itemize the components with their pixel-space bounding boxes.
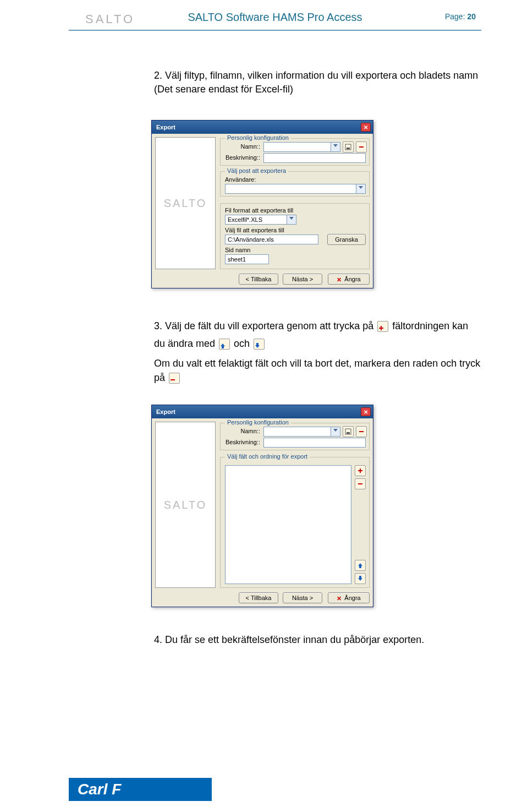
cancel-label: Ångra — [344, 276, 360, 282]
svg-rect-1 — [346, 148, 350, 149]
step-3-text: 3. Välj de fält du vill exportera genom … — [154, 319, 492, 333]
namn-combo[interactable] — [263, 142, 340, 152]
fields-legend: Välj fält och ordning för export — [225, 453, 310, 460]
remove-config-icon-button[interactable] — [356, 141, 367, 152]
beskr-label: Beskrivning:: — [224, 439, 260, 445]
step3-l2a: du ändra med — [154, 338, 215, 349]
doc-header: SALTO SALTO Software HAMS Pro Access Pag… — [69, 11, 481, 31]
valfil-label: Välj fil att exportera till — [225, 227, 284, 233]
beskr-input[interactable] — [263, 153, 366, 163]
chevron-down-icon — [359, 186, 363, 189]
salto-logo: SALTO — [85, 12, 135, 26]
step-2-text: 2. Välj filtyp, filnamn, vilken informat… — [154, 69, 484, 96]
salto-side-logo: SALTO — [164, 197, 207, 210]
cancel-button[interactable]: ✕ Ångra — [328, 274, 370, 285]
config-group: Personlig konfiguration Namn:: Beskrivni… — [220, 423, 370, 450]
step3-l2b: och — [234, 338, 250, 349]
next-button[interactable]: Nästa > — [283, 592, 322, 603]
sidnamn-value: sheet1 — [228, 256, 246, 263]
close-icon: ✕ — [337, 276, 342, 282]
next-button[interactable]: Nästa > — [283, 274, 322, 285]
footer-brand: Carl F — [78, 781, 121, 798]
chevron-down-icon — [333, 144, 338, 147]
plus-icon-button[interactable] — [377, 321, 388, 332]
anvandare-label: Användare: — [225, 176, 256, 183]
sidnamn-input[interactable]: sheet1 — [225, 254, 269, 264]
close-button[interactable]: ✕ — [361, 123, 371, 132]
page-label: Page: — [445, 12, 465, 21]
page-num: 20 — [467, 12, 476, 21]
footer-bar: Carl F — [69, 778, 212, 801]
up-arrow-icon-button[interactable] — [219, 339, 230, 350]
namn-combo[interactable] — [263, 427, 340, 437]
close-icon: ✕ — [337, 595, 342, 601]
step-4-text: 4. Du får se ett bekräftelsefönster inna… — [154, 633, 484, 647]
granska-button[interactable]: Granska — [327, 234, 366, 245]
namn-label: Namn:: — [233, 143, 260, 150]
titlebar: Export ✕ — [152, 121, 373, 134]
close-button[interactable]: ✕ — [361, 407, 371, 416]
cancel-label: Ångra — [344, 595, 360, 601]
filepath-input[interactable]: C:\Användare.xls — [225, 235, 318, 244]
format-label: Fil format att exportera till — [225, 207, 293, 214]
minus-icon-button[interactable] — [169, 373, 180, 384]
side-panel: SALTO — [155, 137, 216, 269]
sidnamn-label: Sid namn — [225, 247, 250, 253]
export-window-2: Export ✕ SALTO Personlig konfiguration N… — [151, 405, 373, 607]
step3-l4: på — [154, 372, 165, 383]
next-label: Nästa > — [292, 276, 313, 282]
down-arrow-icon-button[interactable] — [355, 573, 366, 584]
config-group: Personlig konfiguration Namn:: Beskrivni… — [220, 138, 370, 166]
svg-rect-7 — [346, 432, 350, 434]
salto-side-logo: SALTO — [164, 499, 207, 511]
anvandare-combo[interactable] — [225, 184, 366, 194]
remove-config-icon-button[interactable] — [356, 426, 367, 437]
file-group: Fil format att exportera till Excelfil*.… — [220, 203, 370, 269]
footer: Carl F — [69, 778, 212, 801]
step-3-line4: på — [154, 371, 492, 385]
format-combo[interactable]: Excelfil*.XLS — [225, 215, 296, 225]
plus-icon-button[interactable] — [355, 465, 366, 476]
titlebar: Export ✕ — [152, 405, 373, 418]
window-title: Export — [156, 124, 175, 130]
config-legend: Personlig konfiguration — [225, 134, 291, 141]
step-3-line3: Om du valt ett felaktigt fält och vill t… — [154, 357, 492, 370]
post-group: Välj post att exportera Användare: — [220, 171, 370, 197]
step3-p2: fältordningen kan — [392, 320, 468, 331]
format-value: Excelfil*.XLS — [228, 216, 262, 223]
cancel-button[interactable]: ✕ Ångra — [328, 592, 370, 603]
page-number: Page: 20 — [445, 12, 476, 21]
back-label: < Tillbaka — [246, 595, 272, 601]
window-title: Export — [156, 408, 175, 415]
step3-p1: 3. Välj de fält du vill exportera genom … — [154, 320, 373, 331]
filepath-value: C:\Användare.xls — [228, 236, 274, 243]
next-label: Nästa > — [292, 595, 313, 601]
save-config-icon-button[interactable] — [343, 426, 354, 437]
config-legend: Personlig konfiguration — [225, 419, 291, 426]
save-config-icon-button[interactable] — [343, 141, 354, 152]
fields-group: Välj fält och ordning för export — [220, 457, 370, 588]
beskr-input[interactable] — [263, 438, 366, 448]
doc-title: SALTO Software HAMS Pro Access — [188, 11, 362, 24]
side-panel: SALTO — [155, 422, 216, 588]
fields-listbox[interactable] — [225, 465, 351, 584]
namn-label: Namn:: — [233, 428, 260, 434]
post-legend: Välj post att exportera — [225, 167, 288, 174]
chevron-down-icon — [289, 217, 294, 220]
up-arrow-icon-button[interactable] — [355, 560, 366, 571]
granska-label: Granska — [335, 236, 358, 243]
minus-icon-button[interactable] — [355, 478, 366, 489]
back-button[interactable]: < Tillbaka — [239, 592, 278, 603]
beskr-label: Beskrivning:: — [224, 154, 260, 161]
back-label: < Tillbaka — [246, 276, 272, 282]
back-button[interactable]: < Tillbaka — [239, 274, 278, 285]
export-window-1: Export ✕ SALTO Personlig konfiguration N… — [151, 120, 373, 288]
chevron-down-icon — [333, 429, 338, 432]
down-arrow-icon-button[interactable] — [254, 339, 265, 350]
step-3-line2: du ändra med och — [154, 337, 492, 351]
